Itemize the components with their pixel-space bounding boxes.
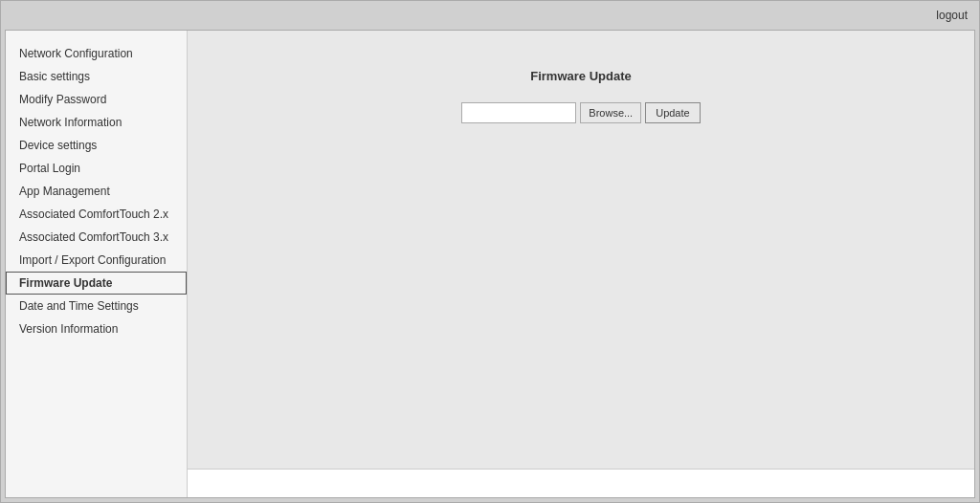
content-title: Firmware Update	[530, 69, 631, 83]
sidebar-item-device-settings[interactable]: Device settings	[6, 134, 187, 157]
firmware-form: Browse... Update	[461, 102, 700, 123]
logout-link[interactable]: logout	[936, 9, 968, 22]
outer-frame: logout Network ConfigurationBasic settin…	[0, 0, 980, 503]
update-button[interactable]: Update	[645, 102, 700, 123]
sidebar-item-app-management[interactable]: App Management	[6, 180, 187, 203]
sidebar-item-network-information[interactable]: Network Information	[6, 111, 187, 134]
sidebar-item-basic-settings[interactable]: Basic settings	[6, 65, 187, 88]
nav-items: Network ConfigurationBasic settingsModif…	[6, 38, 187, 344]
main-container: Network ConfigurationBasic settingsModif…	[5, 30, 975, 498]
sidebar-item-import-export-configuration[interactable]: Import / Export Configuration	[6, 249, 187, 272]
sidebar-item-firmware-update[interactable]: Firmware Update	[6, 272, 187, 295]
sidebar-item-portal-login[interactable]: Portal Login	[6, 157, 187, 180]
sidebar-item-associated-comforttouch-3x[interactable]: Associated ComfortTouch 3.x	[6, 226, 187, 249]
sidebar-item-modify-password[interactable]: Modify Password	[6, 88, 187, 111]
sidebar-item-date-and-time-settings[interactable]: Date and Time Settings	[6, 295, 187, 317]
file-path-input[interactable]	[461, 102, 576, 123]
content-area: Firmware Update Browse... Update	[188, 31, 974, 497]
sidebar-item-version-information[interactable]: Version Information	[6, 317, 187, 340]
content-inner: Firmware Update Browse... Update	[188, 31, 974, 469]
sidebar-item-network-configuration[interactable]: Network Configuration	[6, 42, 187, 65]
top-bar: logout	[1, 1, 979, 30]
browse-button[interactable]: Browse...	[580, 102, 641, 123]
content-footer	[188, 469, 974, 497]
sidebar: Network ConfigurationBasic settingsModif…	[6, 31, 188, 497]
sidebar-item-associated-comforttouch-2x[interactable]: Associated ComfortTouch 2.x	[6, 203, 187, 226]
